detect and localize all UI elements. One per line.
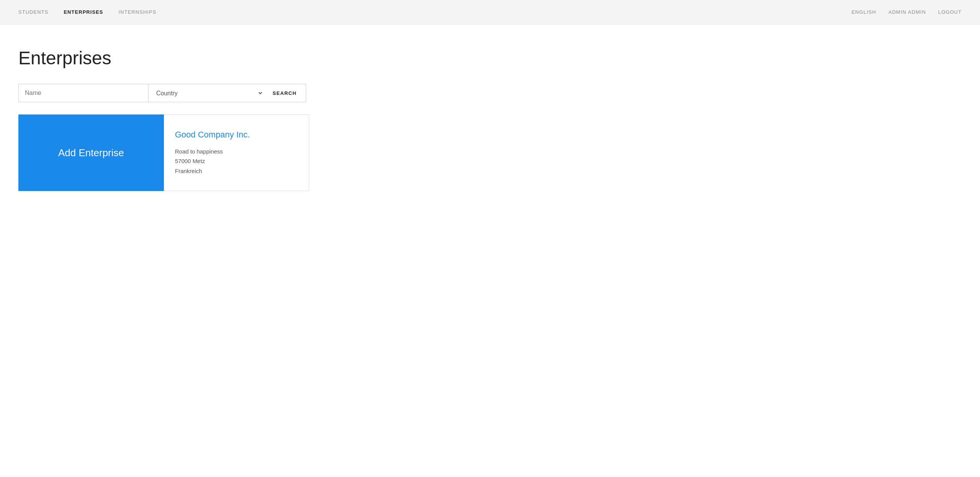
- enterprise-name[interactable]: Good Company Inc.: [175, 130, 298, 140]
- nav-logout[interactable]: LOGOUT: [938, 9, 962, 15]
- navbar: STUDENTS ENTERPRISES INTERNSHIPS ENGLISH…: [0, 0, 980, 25]
- add-enterprise-label: Add Enterprise: [58, 147, 124, 159]
- nav-left: STUDENTS ENTERPRISES INTERNSHIPS: [18, 9, 156, 15]
- enterprise-street: Road to happiness: [175, 147, 298, 157]
- name-input[interactable]: [18, 84, 149, 102]
- enterprise-city: 57000 Metz: [175, 156, 298, 166]
- nav-right: ENGLISH ADMIN ADMIN LOGOUT: [851, 9, 962, 15]
- search-button[interactable]: SEARCH: [263, 84, 306, 102]
- enterprise-card: Good Company Inc. Road to happiness 5700…: [164, 114, 309, 191]
- nav-user[interactable]: ADMIN ADMIN: [889, 9, 926, 15]
- main-content: Enterprises Country SEARCH Add Enterpris…: [0, 25, 980, 477]
- search-row: Country SEARCH: [18, 84, 962, 102]
- enterprise-address: Road to happiness 57000 Metz Frankreich: [175, 147, 298, 176]
- nav-language[interactable]: ENGLISH: [851, 9, 876, 15]
- nav-students[interactable]: STUDENTS: [18, 9, 48, 15]
- nav-internships[interactable]: INTERNSHIPS: [119, 9, 157, 15]
- enterprise-country: Frankreich: [175, 166, 298, 176]
- add-enterprise-card[interactable]: Add Enterprise: [18, 114, 164, 191]
- enterprise-grid: Add Enterprise Good Company Inc. Road to…: [18, 114, 309, 191]
- page-title: Enterprises: [18, 47, 962, 69]
- nav-enterprises[interactable]: ENTERPRISES: [64, 9, 103, 15]
- country-select[interactable]: Country: [149, 84, 263, 102]
